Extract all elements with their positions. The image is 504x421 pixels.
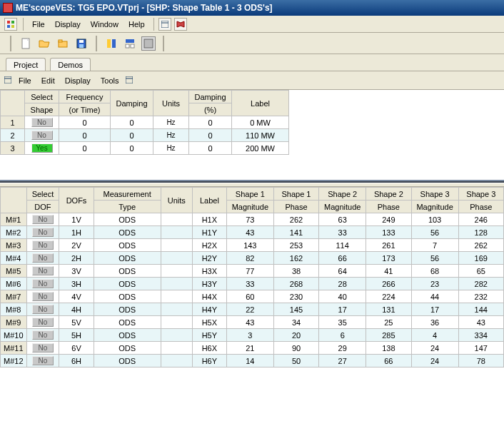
units-cell[interactable] [161,265,192,278]
damp-cell[interactable]: 0 [111,142,153,155]
mtype-cell[interactable]: ODS [94,213,161,226]
freq-cell[interactable]: 0 [59,129,111,142]
sub-menu-edit[interactable]: Edit [37,75,59,86]
select-cell[interactable]: No [26,342,59,355]
select-button[interactable]: No [32,253,54,263]
s2m-cell[interactable]: 17 [319,303,366,316]
label-cell[interactable]: H2X [192,239,226,252]
freq-cell[interactable]: 0 [59,116,111,129]
s1m-cell[interactable]: 21 [226,342,273,355]
damp-cell[interactable]: 0 [111,116,153,129]
s3p-cell[interactable]: 262 [458,239,503,252]
s1m-cell[interactable]: 14 [226,355,273,367]
dpct-cell[interactable]: 0 [189,116,232,129]
select-cell[interactable]: No [26,303,59,316]
select-button[interactable]: No [32,240,54,250]
s3m-cell[interactable]: 103 [411,213,458,226]
units-cell[interactable] [161,329,192,342]
units-cell[interactable] [161,278,192,290]
s3p-cell[interactable]: 65 [458,265,503,278]
label-cell[interactable]: H6X [192,342,226,355]
sub-window-icon[interactable] [4,76,11,85]
mtype-cell[interactable]: ODS [94,278,161,290]
select-cell[interactable]: No [26,355,59,367]
select-button[interactable]: No [32,343,54,352]
table-row[interactable]: M#1No1VODSH1X7326263249103246 [1,213,504,226]
label-cell[interactable]: H5X [192,316,226,329]
label-cell[interactable]: 0 MW [232,116,289,129]
dofs-cell[interactable]: 4H [59,303,94,316]
s1p-cell[interactable]: 262 [273,213,318,226]
s3m-cell[interactable]: 68 [411,265,458,278]
save-icon[interactable] [74,36,89,51]
units-cell[interactable] [161,252,192,265]
s3m-cell[interactable]: 56 [411,252,458,265]
select-cell[interactable]: No [26,239,59,252]
row-header[interactable]: M#9 [1,316,27,329]
table-row[interactable]: M#10No5HODSH5Y32062854334 [1,329,504,342]
s1p-cell[interactable]: 141 [273,226,318,239]
row-header[interactable]: M#11 [1,342,27,355]
select-button[interactable]: No [32,228,54,237]
s1m-cell[interactable]: 43 [226,316,273,329]
table-row[interactable]: 1No00Hz00 MW [1,116,289,129]
s3m-cell[interactable]: 44 [411,290,458,303]
mtype-cell[interactable]: ODS [94,316,161,329]
select-button[interactable]: No [32,266,54,275]
select-button[interactable]: Yes [31,143,53,153]
dofs-cell[interactable]: 3V [59,265,94,278]
mtype-cell[interactable]: ODS [94,239,161,252]
label-cell[interactable]: H4X [192,290,226,303]
label-cell[interactable]: 200 MW [232,142,289,155]
s1m-cell[interactable]: 22 [226,303,273,316]
label-cell[interactable]: H6Y [192,355,226,367]
s1p-cell[interactable]: 50 [273,355,318,367]
s3m-cell[interactable]: 24 [411,355,458,367]
freq-cell[interactable]: 0 [59,142,111,155]
units-cell[interactable] [161,226,192,239]
open-folder-icon[interactable] [37,36,51,51]
sub-menu-display[interactable]: Display [61,75,95,86]
table-row[interactable]: M#11No6VODSH6X21902913824147 [1,342,504,355]
select-cell[interactable]: No [26,226,59,239]
col-s2m-2[interactable]: Magnitude [319,201,366,213]
dof-table[interactable]: Select DOFs Measurement Units Label Shap… [0,187,504,367]
s1m-cell[interactable]: 3 [226,329,273,342]
dofs-cell[interactable]: 3H [59,278,94,290]
col-label[interactable]: Label [192,188,226,213]
s2p-cell[interactable]: 133 [366,226,411,239]
menu-grid-icon[interactable] [4,18,17,31]
s1p-cell[interactable]: 230 [273,290,318,303]
label-cell[interactable]: 110 MW [232,129,289,142]
s1p-cell[interactable]: 20 [273,329,318,342]
select-button[interactable]: No [31,118,53,127]
select-button[interactable]: No [32,215,54,224]
s2m-cell[interactable]: 35 [319,316,366,329]
s3m-cell[interactable]: 4 [411,329,458,342]
units-cell[interactable] [161,239,192,252]
s1p-cell[interactable]: 162 [273,252,318,265]
s2m-cell[interactable]: 66 [319,252,366,265]
s2p-cell[interactable]: 131 [366,303,411,316]
mtype-cell[interactable]: ODS [94,355,161,367]
select-cell[interactable]: No [26,278,59,290]
label-cell[interactable]: H2Y [192,252,226,265]
s2m-cell[interactable]: 27 [319,355,366,367]
select-cell[interactable]: No [26,213,59,226]
select-cell[interactable]: No [26,316,59,329]
s2m-cell[interactable]: 64 [319,265,366,278]
s2m-cell[interactable]: 6 [319,329,366,342]
dofs-cell[interactable]: 5H [59,329,94,342]
s2p-cell[interactable]: 224 [366,290,411,303]
s1m-cell[interactable]: 143 [226,239,273,252]
s2p-cell[interactable]: 41 [366,265,411,278]
s1p-cell[interactable]: 34 [273,316,318,329]
table-row[interactable]: 2No00Hz0110 MW [1,129,289,142]
units-cell[interactable] [161,303,192,316]
select-button[interactable]: No [32,292,54,301]
col-s2p[interactable]: Shape 2 [366,188,411,201]
label-cell[interactable]: H4Y [192,303,226,316]
select-cell[interactable]: Yes [25,142,59,155]
col-s3m-2[interactable]: Magnitude [411,201,458,213]
col-damping[interactable]: Damping [111,91,153,116]
